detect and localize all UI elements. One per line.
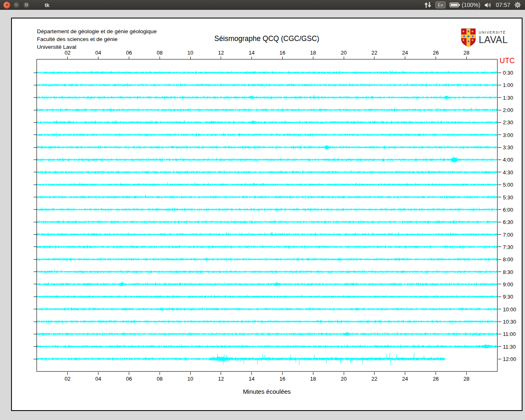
trace-tick-right xyxy=(498,122,501,123)
utc-time-label: 8:30 xyxy=(503,269,513,275)
utc-time-label: 1:30 xyxy=(503,94,513,100)
x-axis-tick-bottom xyxy=(344,372,344,375)
x-axis-label-bottom: 06 xyxy=(126,376,132,382)
x-axis-label-top: 08 xyxy=(157,50,162,56)
x-axis-label-top: 18 xyxy=(310,50,316,56)
trace-tick-left xyxy=(34,185,37,185)
trace-tick-left xyxy=(34,160,37,160)
trace-tick-right xyxy=(498,334,501,334)
utc-time-label: 10:00 xyxy=(503,306,516,312)
window-title: tk xyxy=(45,2,50,8)
x-axis-label-top: 14 xyxy=(249,50,254,56)
trace-tick-right xyxy=(498,359,501,359)
x-axis-tick-bottom xyxy=(466,372,467,375)
trace-tick-left xyxy=(34,122,37,123)
volume-icon[interactable] xyxy=(484,2,492,8)
utc-time-label: 3:00 xyxy=(503,132,513,138)
x-axis-label-top: 10 xyxy=(187,50,193,56)
trace-tick-right xyxy=(498,346,501,347)
x-axis-label-top: 28 xyxy=(463,50,469,56)
trace-tick-left xyxy=(34,346,37,347)
utc-time-label: 7:00 xyxy=(503,231,513,237)
keyboard-layout-indicator[interactable]: En xyxy=(436,2,445,8)
x-axis-tick-bottom xyxy=(313,372,313,375)
x-axis-label-top: 04 xyxy=(95,50,101,56)
x-axis-label-bottom: 14 xyxy=(249,376,254,382)
x-axis-label-top: 12 xyxy=(218,50,224,56)
tk-window: Département de géologie et de génie géol… xyxy=(11,18,523,411)
window-controls: ✕ – xyxy=(0,2,30,9)
x-axis-tick-bottom xyxy=(98,372,98,375)
x-axis-title: Minutes écoulées xyxy=(12,388,522,395)
x-axis-tick-bottom xyxy=(190,372,191,375)
seismogram-canvas xyxy=(37,59,498,372)
x-axis-tick-top xyxy=(98,57,98,59)
x-axis-tick-bottom xyxy=(67,372,68,375)
x-axis-label-bottom: 12 xyxy=(218,376,224,382)
trace-tick-left xyxy=(34,284,37,284)
x-axis-tick-top xyxy=(313,57,313,59)
maximize-button[interactable] xyxy=(23,2,30,9)
trace-tick-right xyxy=(498,85,501,85)
utc-axis-title: UTC xyxy=(500,57,515,65)
x-axis-label-top: 16 xyxy=(279,50,285,56)
utc-time-label: 6:00 xyxy=(503,206,513,212)
x-axis-label-bottom: 16 xyxy=(279,376,285,382)
trace-tick-right xyxy=(498,97,501,98)
utc-time-label: 11:00 xyxy=(503,331,516,337)
clock[interactable]: 07:57 xyxy=(496,2,510,8)
trace-tick-left xyxy=(34,222,37,222)
plot-title: Séismographe QCQ (CGC/GSC) xyxy=(12,34,522,43)
trace-tick-right xyxy=(498,110,501,110)
trace-tick-right xyxy=(498,234,501,235)
utc-time-label: 2:30 xyxy=(503,119,513,126)
x-axis-label-bottom: 20 xyxy=(341,376,347,382)
x-axis-tick-top xyxy=(160,57,160,59)
x-axis-tick-top xyxy=(405,57,405,59)
x-axis-tick-bottom xyxy=(251,372,252,375)
utc-time-label: 5:00 xyxy=(503,182,513,188)
x-axis-tick-top xyxy=(344,57,344,59)
trace-tick-left xyxy=(34,359,37,359)
x-axis-label-bottom: 18 xyxy=(310,376,316,382)
x-axis-tick-top xyxy=(466,57,467,59)
universite-laval-logo: UNIVERSITÉ LAVAL xyxy=(461,28,508,47)
x-axis-label-top: 26 xyxy=(433,50,438,56)
x-axis-label-bottom: 22 xyxy=(372,376,377,382)
x-axis-tick-bottom xyxy=(282,372,283,375)
utc-time-label: 11:30 xyxy=(503,343,516,349)
trace-tick-left xyxy=(34,209,37,210)
x-axis-tick-top xyxy=(436,57,436,59)
trace-tick-right xyxy=(498,247,501,247)
battery-icon[interactable] xyxy=(450,2,460,8)
utc-time-label: 4:30 xyxy=(503,169,513,175)
trace-tick-left xyxy=(34,197,37,197)
trace-tick-left xyxy=(34,110,37,110)
x-axis-label-bottom: 02 xyxy=(65,376,71,382)
x-axis-label-bottom: 04 xyxy=(95,376,101,382)
x-axis-label-top: 22 xyxy=(372,50,377,56)
x-axis-tick-bottom xyxy=(436,372,436,375)
trace-tick-right xyxy=(498,197,501,197)
logo-text-top: UNIVERSITÉ xyxy=(479,31,508,34)
trace-tick-left xyxy=(34,97,37,98)
header-university: Université Laval xyxy=(37,44,76,50)
trace-tick-left xyxy=(34,322,37,322)
trace-tick-left xyxy=(34,73,37,73)
utc-time-label: 10:30 xyxy=(503,319,516,325)
close-button[interactable]: ✕ xyxy=(3,2,10,9)
utc-time-label: 0:30 xyxy=(503,70,513,76)
network-arrows-icon[interactable] xyxy=(424,2,431,8)
x-axis-tick-bottom xyxy=(374,372,374,375)
trace-tick-right xyxy=(498,209,501,210)
x-axis-label-bottom: 28 xyxy=(463,376,469,382)
session-gear-icon[interactable] xyxy=(514,2,521,8)
x-axis-label-bottom: 10 xyxy=(187,376,193,382)
trace-tick-right xyxy=(498,222,501,222)
trace-tick-left xyxy=(34,234,37,235)
trace-tick-left xyxy=(34,147,37,148)
x-axis-label-top: 02 xyxy=(65,50,71,56)
utc-time-label: 5:30 xyxy=(503,194,513,200)
minimize-button[interactable]: – xyxy=(13,2,20,9)
x-axis-label-top: 06 xyxy=(126,50,132,56)
